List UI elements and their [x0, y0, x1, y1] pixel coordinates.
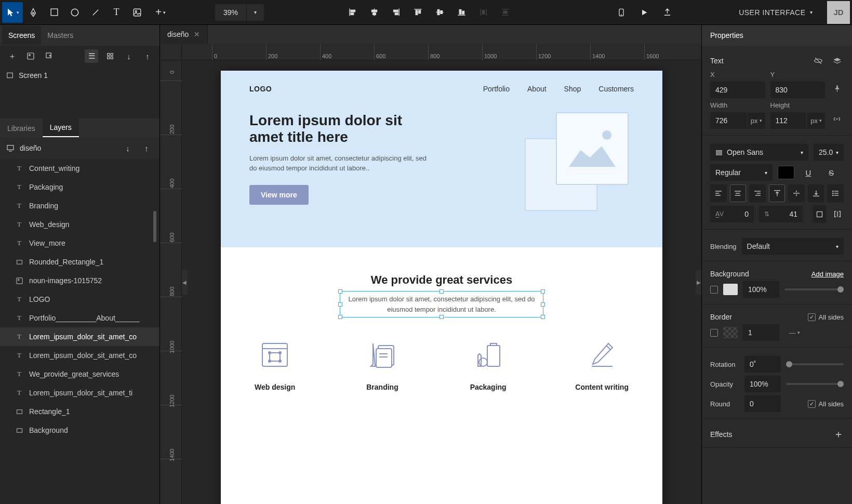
text-autowidth-icon[interactable] — [831, 205, 844, 223]
add-effect-icon[interactable]: ＋ — [833, 427, 844, 441]
align-right-icon[interactable] — [385, 2, 406, 23]
border-allsides-checkbox[interactable] — [808, 313, 816, 321]
resize-handle[interactable] — [338, 315, 342, 319]
collapse-up-icon[interactable]: ↑ — [140, 141, 153, 155]
doc-tab[interactable]: diseño ✕ — [160, 25, 208, 44]
rotation-input[interactable] — [744, 356, 781, 373]
list-view-icon[interactable]: ☰ — [85, 49, 98, 63]
mobile-preview-icon[interactable] — [611, 2, 632, 23]
resize-handle[interactable] — [541, 315, 545, 319]
align-right-text-icon[interactable] — [749, 184, 766, 202]
scrollbar[interactable] — [153, 211, 156, 242]
text-tool[interactable]: T — [106, 2, 127, 23]
pen-tool[interactable] — [23, 2, 44, 23]
text-color-chip[interactable] — [778, 166, 794, 179]
zoom-value[interactable]: 39% — [215, 8, 246, 17]
zoom-dropdown[interactable]: ▾ — [246, 4, 264, 21]
width-unit[interactable]: px ▾ — [748, 113, 765, 129]
resize-handle[interactable] — [440, 315, 444, 319]
align-top-icon[interactable] — [407, 2, 428, 23]
tab-layers[interactable]: Layers — [43, 118, 79, 137]
layer-item[interactable]: TLorem_ipsum_dolor_sit_amet_co — [0, 327, 159, 346]
opacity-input[interactable] — [744, 376, 781, 392]
layer-item[interactable]: noun-images-1015752 — [0, 271, 159, 290]
text-frame-icon[interactable] — [813, 205, 826, 223]
font-size-select[interactable]: 25.0▾ — [814, 144, 844, 161]
add-tool[interactable]: +▾ — [148, 2, 174, 23]
play-icon[interactable] — [634, 2, 655, 23]
close-icon[interactable]: ✕ — [194, 30, 200, 38]
project-dropdown[interactable]: USER INTERFACE▾ — [731, 8, 820, 17]
align-bottom-icon[interactable] — [451, 2, 472, 23]
line-tool[interactable] — [85, 2, 106, 23]
layer-item[interactable]: TWeb_design — [0, 215, 159, 234]
layer-item[interactable]: Background — [0, 421, 159, 440]
x-input[interactable] — [710, 82, 765, 98]
height-input[interactable] — [770, 112, 807, 129]
border-style-select[interactable]: — ▾ — [784, 325, 804, 340]
resize-handle[interactable] — [541, 302, 545, 307]
bg-opacity-input[interactable] — [743, 281, 779, 298]
sort-up-icon[interactable]: ↑ — [141, 49, 154, 63]
canvas[interactable]: ◀ ▶ LOGO PortfolioAboutShopCustomers Lor… — [182, 60, 701, 504]
letter-spacing-input[interactable]: A̲V 0 — [710, 206, 754, 222]
resize-handle[interactable] — [338, 289, 342, 294]
expand-right-handle[interactable]: ▶ — [696, 270, 701, 295]
layer-item[interactable]: Rectangle_1 — [0, 402, 159, 421]
add-screen-icon[interactable]: ＋ — [5, 49, 19, 63]
resize-handle[interactable] — [440, 289, 444, 294]
layer-item[interactable]: TContent_writing — [0, 159, 159, 178]
user-avatar[interactable]: JD — [827, 1, 850, 24]
pin-icon[interactable] — [830, 82, 844, 95]
layer-item[interactable]: TView_more — [0, 234, 159, 253]
underline-icon[interactable]: U — [800, 164, 817, 181]
layer-item[interactable]: TLorem_ipsum_dolor_sit_amet_ti — [0, 383, 159, 402]
screen-item[interactable]: Screen 1 — [0, 67, 159, 84]
add-image-link[interactable]: Add image — [811, 270, 844, 278]
width-input[interactable] — [710, 112, 747, 129]
tab-masters[interactable]: Masters — [41, 26, 79, 45]
border-color-swatch[interactable] — [723, 327, 738, 338]
resize-handle[interactable] — [541, 289, 545, 294]
bg-color-swatch[interactable] — [723, 284, 738, 295]
bg-opacity-slider[interactable] — [784, 288, 844, 290]
valign-bottom-icon[interactable] — [808, 184, 824, 202]
round-allsides-checkbox[interactable] — [808, 400, 816, 408]
rect-tool[interactable] — [44, 2, 64, 23]
layer-root[interactable]: diseño ↓ ↑ — [0, 137, 159, 159]
ellipse-tool[interactable] — [64, 2, 85, 23]
round-input[interactable] — [744, 395, 781, 412]
valign-middle-icon[interactable] — [788, 184, 805, 202]
layer-item[interactable]: TLorem_ipsum_dolor_sit_amet_co — [0, 346, 159, 365]
resize-handle[interactable] — [338, 302, 342, 307]
collapse-down-icon[interactable]: ↓ — [121, 141, 135, 155]
layers-icon[interactable] — [830, 54, 844, 68]
upload-icon[interactable] — [657, 2, 677, 23]
image-tool[interactable] — [127, 2, 148, 23]
valign-top-icon[interactable] — [769, 184, 786, 202]
list-icon[interactable] — [827, 184, 844, 202]
tab-screens[interactable]: Screens — [2, 26, 41, 45]
height-unit[interactable]: px ▾ — [807, 113, 825, 129]
opacity-slider[interactable] — [786, 383, 844, 385]
layer-item[interactable]: TLOGO — [0, 290, 159, 309]
bg-enable-checkbox[interactable] — [710, 286, 718, 294]
font-weight-select[interactable]: Regular▾ — [710, 164, 773, 181]
visibility-icon[interactable] — [811, 54, 825, 68]
font-family-select[interactable]: Open Sans▾ — [710, 144, 808, 161]
selected-text-element[interactable]: Lorem ipsum dolor sit amet, consectetur … — [343, 294, 540, 314]
grid-view-icon[interactable] — [103, 49, 117, 63]
line-height-input[interactable]: ⇅ 41 — [759, 206, 803, 222]
align-center-h-icon[interactable] — [364, 2, 384, 23]
sort-down-icon[interactable]: ↓ — [122, 49, 136, 63]
layer-item[interactable]: Rounded_Rectangle_1 — [0, 253, 159, 271]
align-center-text-icon[interactable] — [730, 184, 747, 202]
border-width-input[interactable] — [743, 324, 779, 341]
layer-item[interactable]: TWe_provide_great_services — [0, 365, 159, 383]
align-middle-icon[interactable] — [429, 2, 450, 23]
link-wh-icon[interactable] — [830, 112, 844, 126]
blending-select[interactable]: Default▾ — [742, 238, 844, 255]
align-left-text-icon[interactable] — [710, 184, 727, 202]
layer-item[interactable]: TPackaging — [0, 178, 159, 196]
align-left-icon[interactable] — [342, 2, 363, 23]
